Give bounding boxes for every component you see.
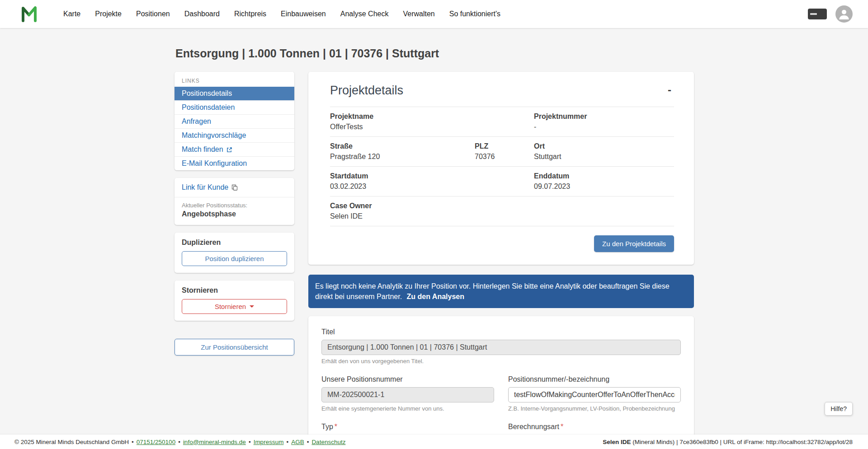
customer-link[interactable]: Link für Kunde bbox=[182, 183, 238, 192]
project-details-card: Projektdetails - Projektname OfferTests … bbox=[308, 72, 694, 265]
field-ort: Ort Stuttgart bbox=[534, 142, 674, 161]
duplicate-card: Duplizieren Position duplizieren bbox=[175, 233, 294, 273]
person-icon bbox=[837, 7, 851, 21]
bezeichnung-label: Positionsnummer/-bezeichnung bbox=[508, 375, 681, 384]
main-content: Projektdetails - Projektname OfferTests … bbox=[308, 72, 694, 449]
footer-user-name: Selen IDE bbox=[603, 439, 631, 445]
footer-session-details: (Mineral Minds) | 7ce360e83fb0 | URL of … bbox=[631, 439, 853, 445]
sidebar-item-match-finden[interactable]: Match finden bbox=[175, 143, 294, 157]
footer-session-info: Selen IDE (Mineral Minds) | 7ce360e83fb0… bbox=[603, 439, 853, 445]
nav-verwalten[interactable]: Verwalten bbox=[403, 10, 434, 18]
nav-einbauweisen[interactable]: Einbauweisen bbox=[281, 10, 326, 18]
sidebar-item-label: Matchingvorschläge bbox=[182, 131, 246, 140]
footer-agb-link[interactable]: AGB bbox=[291, 439, 304, 445]
bezeichnung-helper: Z.B. Interne-Vorgangsnummer, LV-Position… bbox=[508, 405, 681, 412]
separator-dot: • bbox=[307, 439, 309, 445]
analytics-info-banner: Es liegt noch keine Analytik zu Ihrer Po… bbox=[308, 275, 694, 308]
berechnungsart-label-text: Berechnungsart bbox=[508, 423, 559, 430]
positionsnummer-field: Unsere Positionsnummer Erhält eine syste… bbox=[321, 375, 494, 412]
footer-email-link[interactable]: info@mineral-minds.de bbox=[183, 439, 246, 445]
titel-helper: Erhält den von uns vorgegebenen Titel. bbox=[321, 358, 681, 365]
field-value: Stuttgart bbox=[534, 153, 674, 161]
field-label: Startdatum bbox=[330, 172, 534, 180]
caret-down-icon bbox=[250, 305, 254, 308]
status-card: Link für Kunde Aktueller Positionsstatus… bbox=[175, 178, 294, 225]
user-avatar[interactable] bbox=[835, 5, 853, 23]
sidebar-item-email-konfiguration[interactable]: E-Mail Konfiguration bbox=[175, 157, 294, 170]
field-startdatum: Startdatum 03.02.2023 bbox=[330, 172, 534, 191]
footer-datenschutz-link[interactable]: Datenschutz bbox=[311, 439, 345, 445]
top-navbar: Karte Projekte Positionen Dashboard Rich… bbox=[0, 0, 868, 28]
nav-karte[interactable]: Karte bbox=[63, 10, 80, 18]
nav-dashboard[interactable]: Dashboard bbox=[184, 10, 220, 18]
berechnungsart-label: Berechnungsart* bbox=[508, 423, 681, 431]
positionsnummer-input[interactable] bbox=[321, 387, 494, 402]
nav-richtpreis[interactable]: Richtpreis bbox=[234, 10, 266, 18]
nav-analyse-check[interactable]: Analyse Check bbox=[340, 10, 389, 18]
field-label: Ort bbox=[534, 142, 674, 150]
nav-positionen[interactable]: Positionen bbox=[136, 10, 170, 18]
project-details-table: Projektname OfferTests Projektnummer - S… bbox=[330, 107, 674, 226]
footer-links: © 2025 Mineral Minds Deutschland GmbH • … bbox=[14, 439, 345, 445]
project-details-title: Projektdetails bbox=[330, 84, 403, 98]
copy-icon bbox=[231, 184, 238, 191]
duplicate-position-button[interactable]: Position duplizieren bbox=[182, 251, 287, 266]
separator-dot: • bbox=[286, 439, 288, 445]
page-title: Entsorgung | 1.000 Tonnen | 01 | 70376 |… bbox=[175, 47, 694, 60]
field-projektname: Projektname OfferTests bbox=[330, 112, 534, 131]
bezeichnung-input[interactable] bbox=[508, 387, 681, 402]
help-button[interactable]: Hilfe? bbox=[825, 402, 853, 416]
field-label: Case Owner bbox=[330, 202, 475, 210]
nav-so-funktionierts[interactable]: So funktioniert's bbox=[449, 10, 500, 18]
sidebar-item-anfragen[interactable]: Anfragen bbox=[175, 115, 294, 129]
titel-input[interactable] bbox=[321, 340, 681, 355]
links-header: LINKS bbox=[175, 72, 294, 87]
footer: © 2025 Mineral Minds Deutschland GmbH • … bbox=[0, 435, 868, 449]
field-plz: PLZ 70376 bbox=[475, 142, 534, 161]
required-asterisk: * bbox=[561, 423, 563, 430]
field-label: Projektname bbox=[330, 112, 534, 121]
separator-dot: • bbox=[249, 439, 251, 445]
mineral-minds-logo-icon bbox=[21, 6, 37, 22]
banner-text: Es liegt noch keine Analytik zu Ihrer Po… bbox=[315, 282, 670, 300]
cancel-position-button[interactable]: Stornieren bbox=[182, 299, 287, 314]
cancel-header: Stornieren bbox=[182, 286, 287, 295]
footer-phone-link[interactable]: 07151/250100 bbox=[137, 439, 175, 445]
field-value: 70376 bbox=[475, 153, 534, 161]
sidebar-item-label: Anfragen bbox=[182, 117, 211, 126]
main-navigation: Karte Projekte Positionen Dashboard Rich… bbox=[63, 10, 500, 18]
field-case-owner: Case Owner Selen IDE bbox=[330, 202, 475, 220]
positionsnummer-helper: Erhält eine systemgenerierte Nummer von … bbox=[321, 405, 494, 412]
separator-dot: • bbox=[178, 439, 180, 445]
card-icon[interactable] bbox=[807, 8, 827, 20]
sidebar-item-matchingvorschlaege[interactable]: Matchingvorschläge bbox=[175, 129, 294, 143]
field-label: Straße bbox=[330, 142, 475, 150]
go-to-project-details-button[interactable]: Zu den Projektdetails bbox=[594, 235, 674, 252]
external-link-icon bbox=[226, 147, 232, 153]
sidebar-item-label: Positionsdetails bbox=[182, 89, 232, 98]
position-form-card: Titel Erhält den von uns vorgegebenen Ti… bbox=[308, 316, 694, 449]
sidebar-item-positionsdateien[interactable]: Positionsdateien bbox=[175, 101, 294, 115]
customer-link-label: Link für Kunde bbox=[182, 183, 228, 192]
required-asterisk: * bbox=[335, 423, 337, 430]
field-value: 09.07.2023 bbox=[534, 182, 674, 191]
sidebar-item-label: E-Mail Konfiguration bbox=[182, 159, 247, 168]
brand-logo[interactable] bbox=[21, 5, 38, 23]
field-value: - bbox=[534, 123, 674, 131]
go-to-analyses-link[interactable]: Zu den Analysen bbox=[407, 293, 464, 300]
field-value: OfferTests bbox=[330, 123, 534, 131]
field-value: 03.02.2023 bbox=[330, 182, 534, 191]
duplicate-header: Duplizieren bbox=[182, 239, 287, 247]
sidebar-item-label: Match finden bbox=[182, 145, 223, 154]
position-overview-button[interactable]: Zur Positionsübersicht bbox=[175, 339, 294, 355]
field-strasse: Straße Pragstraße 120 bbox=[330, 142, 475, 161]
separator-dot: • bbox=[132, 439, 134, 445]
footer-impressum-link[interactable]: Impressum bbox=[254, 439, 284, 445]
cancel-card: Stornieren Stornieren bbox=[175, 281, 294, 321]
sidebar-item-positionsdetails[interactable]: Positionsdetails bbox=[175, 87, 294, 101]
nav-projekte[interactable]: Projekte bbox=[95, 10, 122, 18]
field-value: Pragstraße 120 bbox=[330, 153, 475, 161]
bezeichnung-field: Positionsnummer/-bezeichnung Z.B. Intern… bbox=[508, 375, 681, 412]
collapse-button[interactable]: - bbox=[665, 84, 674, 96]
sidebar: LINKS Positionsdetails Positionsdateien … bbox=[175, 72, 294, 355]
